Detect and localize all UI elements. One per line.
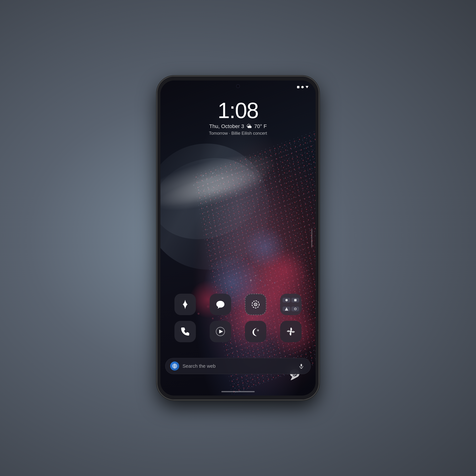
svg-point-18 [286,270,287,272]
play-icon [214,325,226,338]
svg-point-69 [285,299,288,301]
svg-point-24 [260,280,261,281]
app-icons-area [160,294,316,348]
svg-point-65 [236,193,237,194]
crescent-icon [250,325,262,338]
microphone-icon[interactable] [297,361,306,371]
folder-mini-3 [283,306,290,311]
svg-point-60 [193,185,194,186]
svg-point-22 [250,280,252,281]
phone-screen: 1:08 Thu, October 3 🌥 70° F Tomorrow · B… [160,81,316,395]
svg-point-21 [245,275,247,276]
svg-point-10 [248,263,249,264]
svg-point-57 [260,180,261,181]
clock-time: 1:08 [160,100,316,121]
svg-point-68 [255,304,256,305]
clock-area: 1:08 Thu, October 3 🌥 70° F Tomorrow · B… [160,100,316,136]
pinwheel-icon [285,325,297,338]
svg-point-51 [203,175,204,176]
svg-point-28 [279,287,280,289]
svg-rect-70 [294,299,297,301]
svg-point-64 [227,188,228,189]
pinwheel-app-icon[interactable] [280,321,302,342]
svg-point-55 [241,178,242,180]
svg-point-33 [231,287,233,288]
sparkle-icon [179,298,191,310]
svg-point-13 [262,256,263,257]
svg-point-75 [257,329,259,331]
phone-wrapper: 1:08 Thu, October 3 🌥 70° F Tomorrow · B… [157,76,319,400]
svg-point-23 [255,275,256,276]
signal-ring-icon [250,298,262,310]
date-text: Thu, October 3 [209,123,244,129]
app-row-1 [168,294,308,315]
temperature: 70° F [254,123,267,129]
scroll-indicator [311,228,312,248]
svg-point-12 [257,261,259,262]
svg-point-59 [279,181,280,182]
search-placeholder-text: Search the web [183,363,297,369]
mic-svg [299,363,304,369]
search-bar[interactable]: Search the web [165,358,311,374]
wifi-icon [297,86,299,88]
svg-point-58 [270,176,270,177]
app-row-2 [168,321,308,342]
svg-point-17 [281,266,283,267]
phone-body: 1:08 Thu, October 3 🌥 70° F Tomorrow · B… [157,76,319,400]
svg-point-53 [221,177,223,179]
svg-point-14 [267,263,268,264]
svg-point-4 [244,226,287,269]
svg-point-25 [264,284,266,286]
svg-point-37 [302,275,304,276]
svg-point-16 [276,261,278,262]
infuse-app-icon[interactable] [210,321,231,342]
svg-point-30 [289,285,290,286]
svg-point-32 [298,284,299,286]
svg-point-27 [274,282,275,284]
weather-icon: 🌥 [247,123,252,130]
status-icons [297,86,308,88]
battery-icon [301,86,304,88]
svg-marker-74 [219,330,223,333]
chat-bubble-icon [214,298,226,310]
svg-point-61 [198,189,199,191]
svg-rect-78 [301,364,302,367]
svg-point-34 [227,292,228,293]
gemini-app-icon[interactable] [174,294,196,315]
svg-point-56 [250,175,252,176]
search-globe-icon [170,361,179,371]
svg-point-9 [243,258,244,260]
signal-app-icon[interactable] [245,294,266,315]
folder-mini-1 [283,298,290,303]
svg-point-72 [294,308,296,310]
svg-point-31 [293,289,294,290]
svg-point-52 [212,173,214,174]
relay-app-icon[interactable] [210,294,231,315]
clock-date: Thu, October 3 🌥 70° F [160,123,316,130]
svg-marker-71 [285,307,288,311]
svg-point-11 [253,266,254,267]
home-indicator[interactable] [221,391,255,392]
browser-app-icon[interactable] [245,321,266,342]
svg-point-63 [217,192,218,193]
camera-cutout [237,85,239,87]
event-text: Tomorrow · Billie Eilish concert [160,131,316,136]
folder-mini-2 [291,298,299,303]
svg-point-62 [207,187,208,188]
signal-icon [306,86,308,88]
globe-icon [172,363,177,369]
phone-app-icon[interactable] [174,321,196,342]
folder-mini-4 [291,306,299,311]
svg-point-29 [284,282,285,284]
svg-point-20 [241,277,242,279]
svg-point-19 [236,272,237,274]
svg-point-15 [272,268,273,270]
svg-point-54 [231,174,232,175]
folder-app-icon[interactable] [280,294,302,315]
svg-point-26 [270,280,271,281]
phone-icon [179,325,191,338]
svg-point-76 [290,331,291,332]
